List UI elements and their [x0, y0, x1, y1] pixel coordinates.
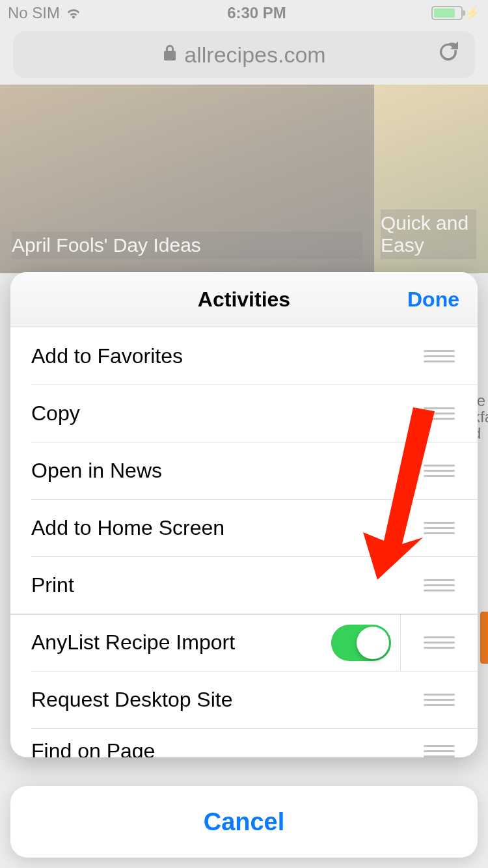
- sheet-header: Activities Done: [10, 272, 478, 327]
- drag-handle-icon[interactable]: [424, 745, 455, 757]
- row-label: Find on Page: [31, 739, 401, 758]
- activity-row-copy[interactable]: Copy: [10, 385, 478, 442]
- activity-row-homescreen[interactable]: Add to Home Screen: [10, 499, 478, 556]
- activity-row-news[interactable]: Open in News: [10, 442, 478, 499]
- activity-row-findonpage[interactable]: Find on Page: [10, 728, 478, 757]
- row-label: Copy: [31, 401, 401, 426]
- drag-handle-icon[interactable]: [424, 465, 455, 477]
- toggle-switch[interactable]: [331, 625, 391, 661]
- row-label: Print: [31, 573, 401, 597]
- row-label: Request Desktop Site: [31, 688, 401, 712]
- row-label: Add to Favorites: [31, 344, 401, 368]
- drag-handle-icon[interactable]: [424, 350, 455, 362]
- activity-row-desktop[interactable]: Request Desktop Site: [10, 671, 478, 728]
- activities-list[interactable]: Add to Favorites Copy Open in News Add t…: [10, 327, 478, 757]
- drag-handle-icon[interactable]: [424, 636, 455, 649]
- content-peek: [480, 612, 488, 664]
- row-label: Add to Home Screen: [31, 516, 401, 540]
- drag-handle-icon[interactable]: [424, 579, 455, 591]
- sheet-title: Activities: [198, 288, 290, 312]
- activity-row-anylist[interactable]: AnyList Recipe Import: [10, 614, 478, 671]
- done-button[interactable]: Done: [407, 288, 459, 312]
- activity-row-favorites[interactable]: Add to Favorites: [10, 327, 478, 385]
- drag-handle-icon[interactable]: [424, 522, 455, 534]
- activities-sheet: Activities Done Add to Favorites Copy Op…: [10, 272, 478, 757]
- activity-row-print[interactable]: Print: [10, 556, 478, 614]
- row-label: AnyList Recipe Import: [31, 631, 321, 655]
- drag-handle-icon[interactable]: [424, 407, 455, 420]
- row-label: Open in News: [31, 459, 401, 483]
- drag-handle-icon[interactable]: [424, 694, 455, 706]
- cancel-button[interactable]: Cancel: [10, 786, 478, 858]
